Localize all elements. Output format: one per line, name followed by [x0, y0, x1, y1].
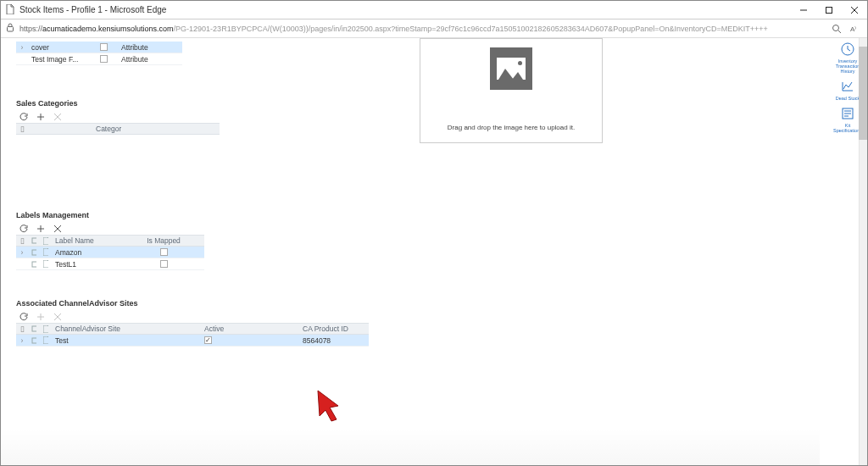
read-aloud-icon[interactable]: A⁾ — [849, 22, 862, 36]
svg-rect-18 — [32, 262, 36, 267]
label-name: TestL1 — [52, 258, 145, 269]
svg-rect-23 — [32, 326, 36, 331]
table-row[interactable]: › Amazon — [16, 247, 204, 258]
sales-cat-toolbar — [16, 111, 220, 123]
minimize-button[interactable] — [791, 1, 816, 19]
app-window: Stock Items - Profile 1 - Microsoft Edge… — [0, 0, 868, 466]
site-pid: 8564078 — [299, 335, 367, 346]
labels-grid: ▯ Label Name Is Mapped › Amazon — [16, 235, 204, 270]
file-icon[interactable] — [40, 258, 52, 269]
svg-point-5 — [833, 25, 839, 31]
attr-name: cover — [28, 42, 89, 53]
lock-icon — [6, 23, 14, 34]
svg-text:A⁾: A⁾ — [850, 25, 856, 33]
col-active: Active — [201, 324, 299, 334]
scroll-thumb[interactable] — [859, 47, 867, 140]
attr-check[interactable] — [89, 53, 118, 64]
delete-button — [53, 113, 62, 121]
svg-rect-16 — [32, 238, 36, 243]
file-icon — [40, 324, 52, 334]
col-pid: CA Product ID — [299, 324, 367, 334]
window-title: Stock Items - Profile 1 - Microsoft Edge — [19, 5, 166, 14]
row-caret-icon: › — [16, 42, 28, 53]
note-icon[interactable] — [28, 247, 40, 258]
file-icon[interactable] — [40, 335, 52, 346]
table-row[interactable]: Test Image F... Attribute — [16, 53, 182, 65]
site-active[interactable] — [201, 335, 299, 346]
col-selector-icon[interactable]: ▯ — [16, 324, 28, 334]
svg-rect-1 — [826, 7, 832, 13]
svg-rect-17 — [32, 250, 36, 255]
delete-button[interactable] — [53, 225, 62, 233]
image-upload-panel[interactable]: Drag and drop the image here to upload i… — [420, 38, 603, 143]
cursor-arrow-icon — [314, 389, 345, 423]
attr-type: Attribute — [118, 42, 177, 53]
refresh-button[interactable] — [19, 113, 28, 121]
note-icon[interactable] — [28, 335, 40, 346]
labels-section: Labels Management ▯ Label Name Is Mapped — [16, 211, 204, 270]
url-text[interactable]: https://acumaticademo.kensiumsolutions.c… — [19, 25, 825, 33]
content-area: › cover Attribute Test Image F... Attrib… — [1, 38, 867, 465]
zoom-icon[interactable] — [830, 22, 843, 36]
category-grid: ▯ Category ID — [16, 123, 220, 135]
ca-sites-section: Associated ChannelAdvisor Sites ▯ Channe… — [16, 299, 369, 347]
maximize-button[interactable] — [816, 1, 842, 19]
site-name: Test — [52, 335, 201, 346]
ca-sites-toolbar — [16, 311, 369, 323]
page-body: › cover Attribute Test Image F... Attrib… — [1, 38, 828, 465]
col-is-mapped: Is Mapped — [145, 236, 182, 246]
delete-button — [53, 313, 62, 321]
col-label-name: Label Name — [52, 236, 145, 246]
attribute-grid: › cover Attribute Test Image F... Attrib… — [16, 42, 182, 65]
attr-name: Test Image F... — [28, 53, 89, 64]
label-name: Amazon — [52, 247, 145, 258]
svg-rect-24 — [32, 338, 36, 343]
section-title: Sales Categories — [16, 99, 220, 108]
col-selector-icon[interactable]: ▯ — [16, 124, 28, 134]
refresh-button[interactable] — [19, 225, 28, 233]
file-icon[interactable] — [40, 247, 52, 258]
section-title: Associated ChannelAdvisor Sites — [16, 299, 369, 308]
footer-gradient — [1, 428, 820, 465]
upload-hint: Drag and drop the image here to upload i… — [448, 124, 575, 131]
row-caret-icon — [16, 53, 28, 64]
add-button[interactable] — [36, 113, 45, 121]
row-caret-icon: › — [16, 335, 28, 346]
rail-label: Dead Stock — [836, 96, 860, 101]
col-site: ChannelAdvisor Site — [52, 324, 201, 334]
table-row[interactable]: TestL1 — [16, 258, 204, 270]
note-icon — [28, 324, 40, 334]
table-row[interactable]: › Test 8564078 — [16, 335, 369, 347]
note-icon[interactable] — [28, 258, 40, 269]
row-caret-icon: › — [16, 247, 28, 258]
address-bar: https://acumaticademo.kensiumsolutions.c… — [1, 19, 867, 38]
col-selector-icon[interactable]: ▯ — [16, 236, 28, 246]
sales-categories-section: Sales Categories ▯ Category ID — [16, 99, 220, 135]
col-category-id: Category ID — [28, 124, 121, 134]
add-button — [36, 313, 45, 321]
svg-marker-25 — [318, 391, 338, 421]
title-bar: Stock Items - Profile 1 - Microsoft Edge — [1, 1, 867, 19]
page-icon — [6, 4, 14, 16]
svg-rect-4 — [8, 27, 14, 32]
file-icon — [40, 236, 52, 246]
close-button[interactable] — [842, 1, 867, 19]
label-mapped[interactable] — [145, 258, 182, 269]
vertical-scrollbar[interactable] — [859, 38, 867, 465]
section-title: Labels Management — [16, 211, 204, 219]
label-mapped[interactable] — [145, 247, 182, 258]
attr-type: Attribute — [118, 53, 177, 64]
image-placeholder-icon — [490, 47, 532, 90]
add-button[interactable] — [36, 225, 45, 233]
labels-toolbar — [16, 223, 204, 235]
attr-check[interactable] — [89, 42, 118, 53]
table-row[interactable]: › cover Attribute — [16, 42, 182, 53]
svg-line-6 — [838, 31, 841, 33]
note-icon — [28, 236, 40, 246]
refresh-button[interactable] — [19, 313, 28, 321]
ca-sites-grid: ▯ ChannelAdvisor Site Active CA Product … — [16, 323, 369, 347]
